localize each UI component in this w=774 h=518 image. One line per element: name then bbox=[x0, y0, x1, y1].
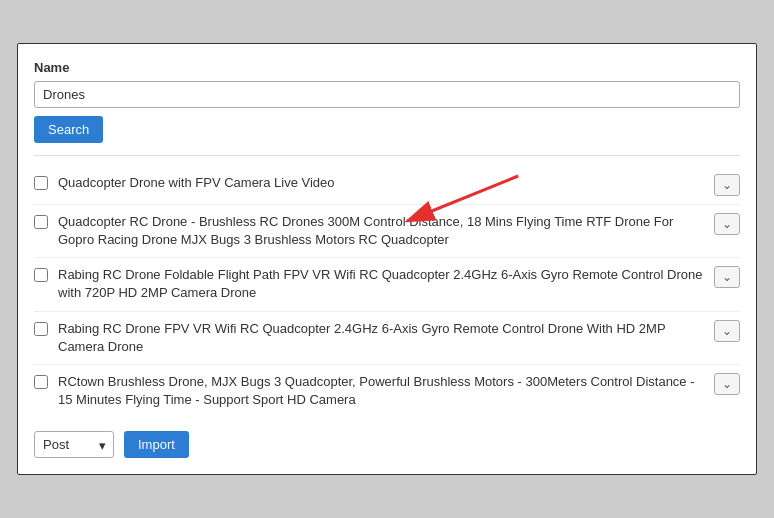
result-item-1: Quadcopter Drone with FPV Camera Live Vi… bbox=[34, 166, 740, 205]
action-select-wrapper: Post Draft Delete bbox=[34, 431, 114, 458]
result-checkbox-5[interactable] bbox=[34, 375, 48, 389]
import-button[interactable]: Import bbox=[124, 431, 189, 458]
result-item-5: RCtown Brushless Drone, MJX Bugs 3 Quadc… bbox=[34, 365, 740, 417]
search-input[interactable] bbox=[34, 81, 740, 108]
result-text-1: Quadcopter Drone with FPV Camera Live Vi… bbox=[58, 174, 704, 192]
search-button[interactable]: Search bbox=[34, 116, 103, 143]
results-list: Quadcopter Drone with FPV Camera Live Vi… bbox=[34, 166, 740, 418]
name-label: Name bbox=[34, 60, 740, 75]
main-window: Name Search Quadcopter Drone with FPV Ca… bbox=[17, 43, 757, 476]
bottom-bar: Post Draft Delete Import bbox=[34, 431, 740, 458]
result-checkbox-4[interactable] bbox=[34, 322, 48, 336]
result-toggle-5[interactable]: ⌄ bbox=[714, 373, 740, 395]
divider bbox=[34, 155, 740, 156]
result-checkbox-3[interactable] bbox=[34, 268, 48, 282]
result-item-3: Rabing RC Drone Foldable Flight Path FPV… bbox=[34, 258, 740, 311]
result-toggle-3[interactable]: ⌄ bbox=[714, 266, 740, 288]
result-toggle-2[interactable]: ⌄ bbox=[714, 213, 740, 235]
result-toggle-4[interactable]: ⌄ bbox=[714, 320, 740, 342]
result-checkbox-2[interactable] bbox=[34, 215, 48, 229]
result-item-4: Rabing RC Drone FPV VR Wifi RC Quadcopte… bbox=[34, 312, 740, 365]
action-select[interactable]: Post Draft Delete bbox=[34, 431, 114, 458]
result-text-2: Quadcopter RC Drone - Brushless RC Drone… bbox=[58, 213, 704, 249]
result-checkbox-1[interactable] bbox=[34, 176, 48, 190]
result-text-5: RCtown Brushless Drone, MJX Bugs 3 Quadc… bbox=[58, 373, 704, 409]
result-toggle-1[interactable]: ⌄ bbox=[714, 174, 740, 196]
result-item-2: Quadcopter RC Drone - Brushless RC Drone… bbox=[34, 205, 740, 258]
result-text-4: Rabing RC Drone FPV VR Wifi RC Quadcopte… bbox=[58, 320, 704, 356]
result-text-3: Rabing RC Drone Foldable Flight Path FPV… bbox=[58, 266, 704, 302]
